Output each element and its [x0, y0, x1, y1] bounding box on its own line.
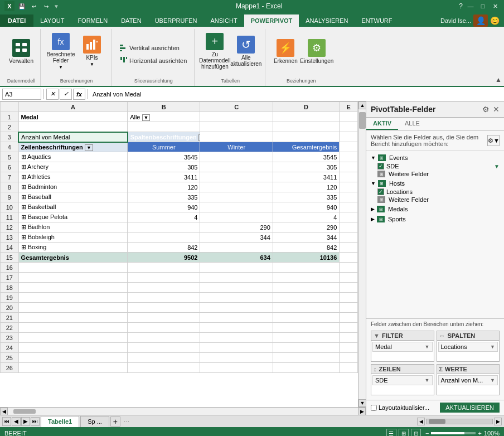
cell-r9c1[interactable]: ⊞ Baseball: [18, 192, 128, 202]
cell-r18c2[interactable]: [128, 283, 200, 293]
col-header-C[interactable]: C: [200, 102, 273, 112]
cell-r25c5[interactable]: [340, 353, 358, 363]
cell-r10c1[interactable]: ⊞ Basketball: [18, 202, 128, 212]
vscroll-thumb[interactable]: [359, 112, 366, 129]
pivot-settings-icon[interactable]: ⚙: [482, 105, 490, 114]
cell-r26c4[interactable]: [273, 363, 340, 373]
einstellungen-btn[interactable]: ⚙ Einstellungen: [302, 32, 331, 70]
row-header-14[interactable]: 14: [1, 243, 19, 253]
row-header-23[interactable]: 23: [1, 333, 19, 343]
row-header-10[interactable]: 10: [1, 202, 19, 212]
cell-r11c3[interactable]: [200, 212, 273, 222]
cell-r21c2[interactable]: [128, 313, 200, 323]
cell-r8c1[interactable]: ⊞ Badminton: [18, 182, 128, 192]
cell-r2c2[interactable]: [128, 122, 200, 132]
zoom-slider-track[interactable]: [431, 432, 476, 434]
cell-r5c2[interactable]: 3545: [128, 152, 200, 162]
restore-btn[interactable]: □: [478, 2, 487, 10]
pivot-close-btn[interactable]: ✕: [493, 105, 500, 114]
cell-r12c2[interactable]: [128, 222, 200, 232]
cell-r3c2[interactable]: Spaltenbeschriftungen ▼: [128, 132, 200, 142]
cancel-formula-btn[interactable]: ✕: [46, 89, 59, 100]
cell-r12c1[interactable]: ⊞ Biathlon: [18, 222, 128, 232]
sheet-tab-sp[interactable]: Sp ...: [80, 416, 109, 427]
aktualisieren-btn[interactable]: AKTUALISIEREN: [440, 403, 500, 413]
datenmodell-hinzufuegen-btn[interactable]: + Zu Datenmodellhinzufügen: [200, 32, 229, 70]
cell-r18c4[interactable]: [273, 283, 340, 293]
cell-r15c1[interactable]: Gesamtergebnis: [18, 253, 128, 263]
cell-r22c2[interactable]: [128, 323, 200, 333]
row-header-12[interactable]: 12: [1, 222, 19, 232]
row-header-4[interactable]: 4: [1, 142, 19, 152]
cell-r13c5[interactable]: [340, 232, 358, 243]
cell-r6c3[interactable]: [200, 162, 273, 172]
cell-r22c1[interactable]: [18, 323, 128, 333]
cell-r25c1[interactable]: [18, 353, 128, 363]
cell-r14c3[interactable]: [200, 243, 273, 253]
cell-r26c1[interactable]: [18, 363, 128, 373]
cell-r16c2[interactable]: [128, 263, 200, 273]
row-header-9[interactable]: 9: [1, 192, 19, 202]
cell-r1c3[interactable]: [200, 112, 273, 122]
cell-r17c5[interactable]: [340, 273, 358, 283]
cell-r11c2[interactable]: 4: [128, 212, 200, 222]
cell-r15c4[interactable]: 10136: [273, 253, 340, 263]
cell-r18c5[interactable]: [340, 283, 358, 293]
add-sheet-btn[interactable]: +: [110, 416, 120, 427]
col-header-E[interactable]: E: [340, 102, 358, 112]
page-break-view-btn[interactable]: ⊡: [411, 429, 421, 436]
save-quick-btn[interactable]: 💾: [17, 1, 27, 11]
spalten-item-locations-dropdown[interactable]: ▼: [490, 344, 495, 350]
cell-r26c2[interactable]: [128, 363, 200, 373]
sheet-nav-first-btn[interactable]: ⏮: [2, 417, 11, 426]
cell-r20c3[interactable]: [200, 303, 273, 313]
row-header-3[interactable]: 3: [1, 132, 19, 142]
filter-item-medal-dropdown[interactable]: ▼: [425, 344, 430, 350]
cell-r25c4[interactable]: [273, 353, 340, 363]
cell-r23c3[interactable]: [200, 333, 273, 343]
hscroll-right-btn[interactable]: ▶: [358, 408, 366, 415]
cell-r17c1[interactable]: [18, 273, 128, 283]
cell-r7c2[interactable]: 3411: [128, 172, 200, 182]
cell-r15c2[interactable]: 9502: [128, 253, 200, 263]
cell-r19c5[interactable]: [340, 293, 358, 303]
zoom-out-btn[interactable]: −: [425, 430, 429, 436]
tab-entwurf[interactable]: ENTWURF: [355, 14, 399, 27]
cell-r8c4[interactable]: 120: [273, 182, 340, 192]
cell-r23c2[interactable]: [128, 333, 200, 343]
cell-r20c2[interactable]: [128, 303, 200, 313]
verwalten-btn[interactable]: Verwalten: [7, 32, 36, 70]
locations-checkbox[interactable]: ✓: [377, 188, 384, 195]
cell-r22c3[interactable]: [200, 323, 273, 333]
tab-daten[interactable]: DATEN: [114, 14, 148, 27]
cell-r14c1[interactable]: ⊞ Boxing: [18, 243, 128, 253]
cell-r14c5[interactable]: [340, 243, 358, 253]
row-header-25[interactable]: 25: [1, 353, 19, 363]
tab-ansicht[interactable]: ANSICHT: [203, 14, 244, 27]
filter-area-item-medal[interactable]: Medal ▼: [372, 342, 433, 352]
cell-r17c3[interactable]: [200, 273, 273, 283]
tab-datei[interactable]: DATEI: [0, 14, 33, 27]
cell-r4c1[interactable]: Zeilenbeschriftungen ▼: [18, 142, 128, 152]
cell-r6c4[interactable]: 305: [273, 162, 340, 172]
cell-r21c5[interactable]: [340, 313, 358, 323]
hscroll-thumb[interactable]: [13, 409, 36, 414]
sheet-nav-next-btn[interactable]: ▶: [21, 417, 30, 426]
ribbon-collapse-btn[interactable]: ▲: [495, 29, 502, 86]
tab-formeln[interactable]: FORMELN: [71, 14, 114, 27]
cell-r17c2[interactable]: [128, 273, 200, 283]
cell-r6c1[interactable]: ⊞ Archery: [18, 162, 128, 172]
cell-r8c2[interactable]: 120: [128, 182, 200, 192]
row-header-24[interactable]: 24: [1, 343, 19, 353]
row-header-2[interactable]: 2: [1, 122, 19, 132]
sheet-hscroll-right-btn[interactable]: ▶: [494, 418, 502, 425]
row-header-11[interactable]: 11: [1, 212, 19, 222]
cell-r11c4[interactable]: 4: [273, 212, 340, 222]
cell-r2c4[interactable]: [273, 122, 340, 132]
cell-r3c3[interactable]: [200, 132, 273, 142]
hscroll-left-btn[interactable]: ◀: [0, 408, 8, 415]
pivot-tab-alle[interactable]: ALLE: [398, 118, 427, 130]
cell-r24c4[interactable]: [273, 343, 340, 353]
cell-r10c4[interactable]: 940: [273, 202, 340, 212]
sheet-hscroll-thumb[interactable]: [429, 419, 445, 424]
